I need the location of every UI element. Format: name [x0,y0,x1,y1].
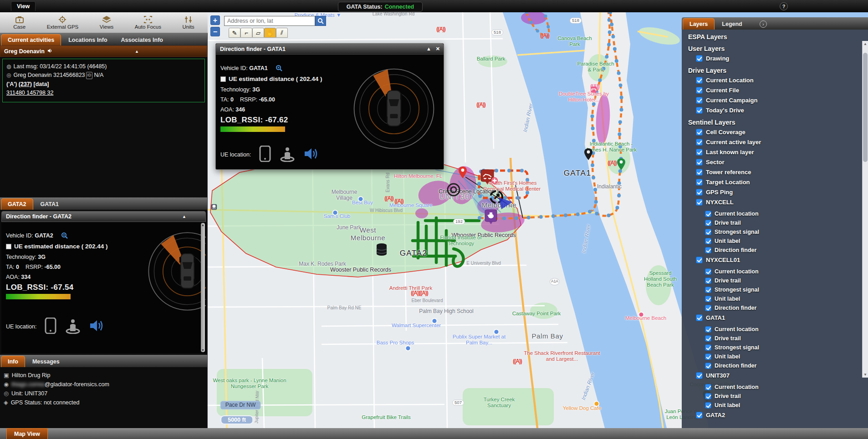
checked-checkbox-icon[interactable] [696,97,702,103]
layer-checkbox-row[interactable]: Target Location [682,177,868,187]
checked-checkbox-icon[interactable] [696,139,702,145]
count-link[interactable]: (237) [19,81,32,87]
checked-checkbox-icon[interactable] [705,247,711,253]
phone-icon[interactable] [45,318,56,335]
case-button[interactable]: Case [13,15,26,30]
tab-legend[interactable]: Legend [715,19,748,30]
ue-distance-checkbox[interactable] [220,76,226,82]
ue-distance-checkbox[interactable] [6,244,11,249]
layer-checkbox-row[interactable]: Last known layer [682,147,868,157]
speaker-icon[interactable] [47,48,53,55]
checked-checkbox-icon[interactable] [705,394,711,399]
checked-checkbox-icon[interactable] [705,336,711,341]
checked-checkbox-icon[interactable] [696,129,702,135]
panel-scrollbar[interactable]: ▲▼ [201,223,205,352]
checked-checkbox-icon[interactable] [705,363,711,368]
map-zoom-out-button[interactable]: − [210,27,220,36]
checked-checkbox-icon[interactable] [705,229,711,235]
checked-checkbox-icon[interactable] [705,278,711,283]
layer-checkbox-row[interactable]: Sector [682,157,868,167]
checked-checkbox-icon[interactable] [705,211,711,217]
views-button[interactable]: Views [100,15,113,30]
zoom-to-vehicle-icon[interactable] [276,65,282,71]
layer-checkbox-row[interactable]: GATA2 [682,410,868,420]
tab-messages[interactable]: Messages [26,356,66,367]
checked-checkbox-icon[interactable] [696,315,702,321]
checked-checkbox-icon[interactable] [705,305,711,311]
checked-checkbox-icon[interactable] [705,269,711,274]
layer-checkbox-row[interactable]: UNIT307 [682,370,868,380]
draw-pencil-tool[interactable]: ✎ [229,28,240,38]
layer-checkbox-row[interactable]: Unit label [682,237,868,246]
close-icon[interactable]: ✕ [436,46,440,52]
view-menu[interactable]: View [11,1,36,11]
layer-checkbox-row[interactable]: Drive trail [682,276,868,285]
checked-checkbox-icon[interactable] [705,327,711,332]
checked-checkbox-icon[interactable] [696,56,702,61]
draw-polygon-tool[interactable]: ▱ [252,28,264,38]
tab-info[interactable]: Info [1,356,25,367]
collapse-icon[interactable]: ▲ [135,49,139,54]
layer-checkbox-row[interactable]: Today's Drive [682,105,868,115]
layer-checkbox-row[interactable]: NYXCELL01 [682,255,868,265]
tab-current-activities[interactable]: Current activities [1,34,61,45]
checked-checkbox-icon[interactable] [696,149,702,155]
layer-checkbox-row[interactable]: Drive trail [682,392,868,401]
layer-checkbox-row[interactable]: Strongest signal [682,285,868,294]
help-button[interactable]: ? [780,2,788,10]
tab-gata2[interactable]: GATA2 [1,198,33,210]
layer-checkbox-row[interactable]: Direction finder [682,361,868,370]
units-button[interactable]: Units [182,15,194,30]
checked-checkbox-icon[interactable] [696,77,702,83]
zoom-to-vehicle-icon[interactable] [61,232,68,239]
layers-scrollbar[interactable]: ▲▼ [862,41,868,378]
layer-checkbox-row[interactable]: GATA1 [682,313,868,323]
direction-finder-gata1-popup[interactable]: Direction finder - GATA1 ▲ ✕ Vehicle ID:… [215,43,444,170]
measure-ruler-tool[interactable]: ⫽ [276,28,288,38]
layer-checkbox-row[interactable]: Cell Coverage [682,127,868,137]
speaker-icon[interactable] [304,147,319,162]
checked-checkbox-icon[interactable] [705,354,711,359]
layer-checkbox-row[interactable]: Current File [682,85,868,95]
tab-gata1[interactable]: GATA1 [34,199,66,210]
layer-checkbox-row[interactable]: Current active layer [682,137,868,147]
checked-checkbox-icon[interactable] [696,107,702,113]
layer-checkbox-row[interactable]: Current location [682,267,868,276]
pan-hand-tool[interactable]: ✋ [264,28,276,38]
draw-polyline-tool[interactable]: ⌐ [240,28,252,38]
checked-checkbox-icon[interactable] [696,189,702,195]
layer-checkbox-row[interactable]: Unit label [682,401,868,410]
direction-finder-gata2-header[interactable]: Direction finder - GATA2 ▲ [1,211,206,222]
checked-checkbox-icon[interactable] [696,373,702,378]
layer-checkbox-row[interactable]: Tower reference [682,167,868,177]
checked-checkbox-icon[interactable] [705,296,711,302]
layer-checkbox-row[interactable]: NYXCELL [682,197,868,207]
checked-checkbox-icon[interactable] [696,257,702,263]
checked-checkbox-icon[interactable] [696,412,702,418]
tab-associates-info[interactable]: Associates Info [115,35,169,45]
collapse-icon[interactable]: ▲ [426,46,431,52]
phone-icon[interactable] [259,146,271,163]
collapse-icon[interactable]: ▲ [182,214,186,219]
external-gps-button[interactable]: External GPS [47,15,79,30]
layer-checkbox-row[interactable]: Drive trail [682,334,868,343]
layer-checkbox-row[interactable]: Current location [682,383,868,392]
person-location-icon[interactable] [279,146,296,163]
target-header[interactable]: Greg Doenavin ▲ [0,45,207,57]
layer-checkbox-row[interactable]: Current Campaign [682,95,868,105]
map-zoom-in-button[interactable]: + [210,15,220,25]
layer-checkbox-row[interactable]: Unit label [682,294,868,303]
checked-checkbox-icon[interactable] [705,403,711,408]
tab-layers[interactable]: Layers [683,18,715,30]
checked-checkbox-icon[interactable] [696,169,702,175]
checked-checkbox-icon[interactable] [705,345,711,350]
search-icon[interactable] [315,16,326,26]
checked-checkbox-icon[interactable] [705,220,711,226]
layer-checkbox-row[interactable]: Drawing [682,53,868,63]
speaker-icon[interactable] [89,319,105,334]
checked-checkbox-icon[interactable] [696,87,702,93]
layer-checkbox-row[interactable]: Unit label [682,352,868,361]
layer-checkbox-row[interactable]: Current location [682,209,868,218]
auto-focus-button[interactable]: Auto Focus [135,15,161,30]
checked-checkbox-icon[interactable] [696,159,702,165]
